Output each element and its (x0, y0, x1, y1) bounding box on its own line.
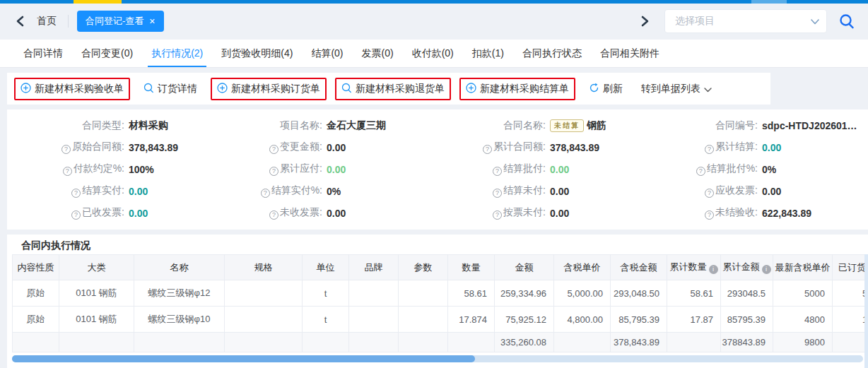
goto-document-list-button[interactable]: 转到单据列表 (636, 79, 717, 99)
help-icon[interactable]: ? (493, 167, 502, 176)
field-original-amount: ?原始合同额:378,843.89 (7, 141, 221, 154)
tab-invoice[interactable]: 发票(0) (353, 40, 403, 67)
detail-tab-bar: 合同详情 合同变更(0) 执行情况(2) 到货验收明细(4) 结算(0) 发票(… (0, 40, 868, 68)
help-icon[interactable]: ? (71, 210, 81, 220)
col-taxed-amount: 含税金额 (611, 255, 667, 280)
tab-deduction[interactable]: 扣款(1) (463, 40, 513, 67)
tab-contract-exec-state[interactable]: 合同执行状态 (513, 40, 591, 67)
table-row[interactable]: 原始 0101 钢筋 螺纹三级钢φ10 t 17.874 75,925.12 4… (13, 307, 868, 333)
circle-plus-icon (20, 83, 31, 95)
field-contract-number: 合同编号:sdpc-HTDJ202601… (647, 119, 861, 132)
help-icon[interactable]: ? (261, 189, 270, 198)
new-settlement-button[interactable]: 新建材料采购结算单 (459, 78, 575, 100)
search-icon[interactable] (838, 13, 855, 30)
field-invoice-receivable: ?应收发票:0.00 (647, 184, 861, 198)
table-row[interactable]: 原始 0101 钢筋 螺纹三级钢φ12 t 58.61 259,334.96 5… (13, 280, 868, 307)
col-quantity: 数量 (448, 255, 495, 280)
help-icon[interactable]: ? (493, 189, 502, 198)
field-settlement-paid: ?结算实付:0.00 (7, 184, 221, 198)
help-icon[interactable]: ? (71, 189, 81, 198)
field-settlement-approved-pct: ?结算批付%:0% (647, 162, 861, 176)
help-icon[interactable]: ? (61, 145, 71, 154)
new-order-label: 新建材料采购订货单 (231, 83, 320, 95)
field-settlement-unpaid: ?结算未付:0.00 (434, 184, 647, 198)
info-icon[interactable]: i (709, 265, 718, 274)
new-return-button[interactable]: 新建材料采购退货单 (335, 78, 451, 100)
field-unpaid-by-invoice: ?按票未付:0.00 (434, 206, 647, 220)
top-bar: 首页 合同登记-查看 × 选择项目 (0, 4, 868, 39)
horizontal-scrollbar-thumb[interactable] (12, 355, 475, 362)
col-cumulative-amount: 累计金额i (721, 255, 773, 280)
active-window-tab-label: 合同登记-查看 (86, 15, 143, 28)
execution-table: 内容性质 大类 名称 规格 单位 品牌 参数 数量 金额 含税单价 含税金额 累… (12, 254, 868, 352)
field-cumulative-settlement: ?累计结算:0.00 (647, 141, 861, 154)
table-totals-row: 335,260.08 378,843.89 378843.89 9800 (13, 333, 868, 352)
chevron-down-icon (704, 83, 712, 95)
field-invoice-not-received: ?未收发票:0.00 (221, 206, 434, 220)
tab-contract-detail[interactable]: 合同详情 (14, 40, 72, 67)
execution-table-panel: 合同内执行情况 内容性质 大类 名称 规格 单位 品牌 参数 数量 金额 含税单… (7, 235, 868, 368)
action-toolbar: 新建材料采购验收单 订货详情 新建材料采购订货单 新建材料采购退货单 新建材料采… (7, 73, 770, 105)
tab-contract-attachments[interactable]: 合同相关附件 (591, 40, 669, 67)
field-contract-type: 合同类型:材料采购 (7, 119, 221, 132)
circle-plus-icon (466, 83, 476, 95)
tab-payment[interactable]: 收付款(0) (403, 40, 463, 67)
help-icon[interactable]: ? (269, 210, 278, 220)
tab-execution-status[interactable]: 执行情况(2) (142, 40, 212, 67)
field-cumulative-amount: ?累计合同额:378,843.89 (434, 141, 647, 154)
back-chevron-icon[interactable] (13, 14, 27, 28)
chevron-down-icon (811, 16, 819, 27)
order-detail-label: 订货详情 (158, 83, 197, 95)
project-select-placeholder: 选择项目 (675, 15, 811, 28)
col-content-nature: 内容性质 (13, 255, 59, 280)
table-header-row: 内容性质 大类 名称 规格 单位 品牌 参数 数量 金额 含税单价 含税金额 累… (13, 255, 868, 280)
col-name: 名称 (134, 255, 225, 280)
new-settlement-label: 新建材料采购结算单 (480, 83, 569, 95)
col-amount: 金额 (495, 255, 554, 280)
field-settlement-paid-pct: ?结算实付%:0% (221, 184, 434, 198)
help-icon[interactable]: ? (696, 167, 705, 176)
help-icon[interactable]: ? (493, 210, 502, 220)
new-acceptance-button[interactable]: 新建材料采购验收单 (14, 78, 130, 100)
vertical-scrollbar-track[interactable] (864, 254, 868, 368)
field-project-name: 项目名称:金石大厦三期 (221, 119, 434, 132)
help-icon[interactable]: ? (705, 210, 714, 220)
new-return-label: 新建材料采购退货单 (356, 83, 445, 95)
field-change-amount: ?变更金额:0.00 (221, 141, 434, 154)
goto-document-list-label: 转到单据列表 (641, 83, 700, 95)
help-icon[interactable]: ? (269, 145, 278, 154)
field-payment-agreement: ?付款约定%:100% (7, 162, 221, 176)
help-icon[interactable]: ? (269, 167, 278, 176)
tab-contract-change[interactable]: 合同变更(0) (72, 40, 142, 67)
field-invoice-received: ?已收发票:0.00 (7, 206, 221, 220)
close-icon[interactable]: × (149, 16, 155, 26)
help-icon[interactable]: ? (705, 145, 714, 154)
contract-summary-panel: 合同类型:材料采购 项目名称:金石大厦三期 合同名称:未结算钢筋 合同编号:sd… (7, 109, 868, 230)
active-window-tab[interactable]: 合同登记-查看 × (77, 11, 164, 32)
project-select[interactable]: 选择项目 (664, 9, 827, 33)
search-small-icon (341, 83, 352, 95)
info-icon[interactable]: i (762, 265, 771, 274)
refresh-icon (589, 83, 599, 95)
topbar-divider (68, 15, 69, 28)
col-cumulative-qty: 累计数量i (667, 255, 721, 280)
help-icon[interactable]: ? (63, 167, 72, 176)
help-icon[interactable]: ? (483, 145, 492, 154)
field-unsettled-acceptance: ?未结验收:622,843.89 (647, 206, 861, 220)
order-detail-button[interactable]: 订货详情 (139, 79, 202, 99)
refresh-button[interactable]: 刷新 (584, 79, 628, 99)
field-contract-name: 合同名称:未结算钢筋 (434, 119, 647, 132)
col-spec: 规格 (225, 255, 303, 280)
tab-settlement[interactable]: 结算(0) (302, 40, 352, 67)
new-order-button[interactable]: 新建材料采购订货单 (211, 78, 327, 100)
home-link[interactable]: 首页 (37, 15, 57, 28)
table-title: 合同内执行情况 (7, 235, 868, 254)
expand-chevron-icon[interactable] (638, 14, 652, 28)
horizontal-scrollbar-track[interactable] (12, 355, 863, 362)
tab-arrival-acceptance[interactable]: 到货验收明细(4) (212, 40, 302, 67)
col-taxed-unit-price: 含税单价 (554, 255, 611, 280)
field-settlement-approved: ?结算批付:0.00 (434, 162, 647, 176)
help-icon[interactable]: ? (705, 189, 714, 198)
col-unit: 单位 (303, 255, 349, 280)
new-acceptance-label: 新建材料采购验收单 (35, 83, 124, 95)
